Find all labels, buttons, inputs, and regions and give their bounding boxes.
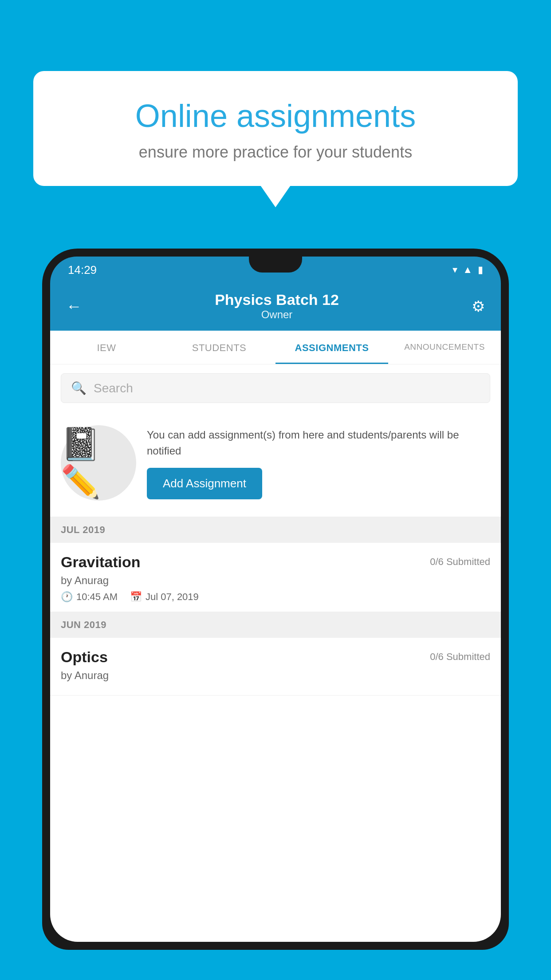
phone-notch: [249, 257, 302, 273]
search-bar[interactable]: 🔍 Search: [61, 373, 490, 403]
header-subtitle: Owner: [82, 308, 472, 321]
signal-icon: ▲: [463, 264, 472, 276]
header-title: Physics Batch 12: [82, 291, 472, 308]
add-assignment-button[interactable]: Add Assignment: [147, 468, 262, 499]
assignment-submitted-gravitation: 0/6 Submitted: [430, 556, 490, 568]
tab-announcements[interactable]: ANNOUNCEMENTS: [388, 331, 501, 364]
phone-outer: 14:29 ▾ ▲ ▮ ← Physics Batch 12 Owner ⚙ I…: [42, 249, 509, 950]
search-placeholder: Search: [94, 381, 133, 395]
status-icons: ▾ ▲ ▮: [453, 264, 483, 276]
assignment-by-gravitation: by Anurag: [61, 574, 490, 587]
calendar-icon: 📅: [130, 591, 142, 603]
wifi-icon: ▾: [453, 264, 457, 276]
search-icon: 🔍: [71, 381, 87, 395]
settings-button[interactable]: ⚙: [472, 297, 485, 315]
search-container: 🔍 Search: [50, 364, 501, 412]
promo-text: You can add assignment(s) from here and …: [147, 427, 490, 459]
tabs-bar: IEW STUDENTS ASSIGNMENTS ANNOUNCEMENTS: [50, 331, 501, 364]
notebook-icon: 📓✏️: [61, 425, 136, 501]
assignment-time-gravitation: 🕐 10:45 AM: [61, 591, 118, 603]
phone-mockup: 14:29 ▾ ▲ ▮ ← Physics Batch 12 Owner ⚙ I…: [42, 249, 509, 980]
tab-iew[interactable]: IEW: [50, 331, 163, 364]
tab-assignments[interactable]: ASSIGNMENTS: [276, 331, 388, 364]
promo-content: You can add assignment(s) from here and …: [147, 427, 490, 499]
clock-icon: 🕐: [61, 591, 73, 603]
assignment-row-top: Gravitation 0/6 Submitted: [61, 553, 490, 571]
promo-icon-circle: 📓✏️: [61, 425, 136, 501]
battery-icon: ▮: [478, 264, 483, 276]
section-header-jul: JUL 2019: [50, 517, 501, 543]
back-button[interactable]: ←: [66, 297, 82, 316]
assignment-date-text: Jul 07, 2019: [146, 591, 199, 603]
assignment-submitted-optics: 0/6 Submitted: [430, 651, 490, 663]
assignment-row-top-optics: Optics 0/6 Submitted: [61, 648, 490, 666]
speech-bubble-title: Online assignments: [64, 98, 487, 134]
assignment-meta-gravitation: 🕐 10:45 AM 📅 Jul 07, 2019: [61, 591, 490, 603]
app-header: ← Physics Batch 12 Owner ⚙: [50, 283, 501, 331]
assignment-by-optics: by Anurag: [61, 669, 490, 682]
assignment-name-optics: Optics: [61, 648, 108, 666]
status-time: 14:29: [68, 263, 97, 277]
promo-section: 📓✏️ You can add assignment(s) from here …: [50, 412, 501, 517]
speech-bubble-subtitle: ensure more practice for your students: [64, 143, 487, 162]
tab-students[interactable]: STUDENTS: [163, 331, 276, 364]
assignment-item-gravitation[interactable]: Gravitation 0/6 Submitted by Anurag 🕐 10…: [50, 543, 501, 612]
assignment-item-optics[interactable]: Optics 0/6 Submitted by Anurag: [50, 638, 501, 695]
assignment-time-text: 10:45 AM: [76, 591, 118, 603]
assignment-date-gravitation: 📅 Jul 07, 2019: [130, 591, 199, 603]
status-bar: 14:29 ▾ ▲ ▮: [50, 257, 501, 283]
phone-screen: ← Physics Batch 12 Owner ⚙ IEW STUDENTS …: [50, 283, 501, 942]
speech-bubble-container: Online assignments ensure more practice …: [33, 71, 518, 186]
speech-bubble: Online assignments ensure more practice …: [33, 71, 518, 186]
assignment-name-gravitation: Gravitation: [61, 553, 140, 571]
header-title-area: Physics Batch 12 Owner: [82, 291, 472, 321]
section-header-jun: JUN 2019: [50, 612, 501, 638]
